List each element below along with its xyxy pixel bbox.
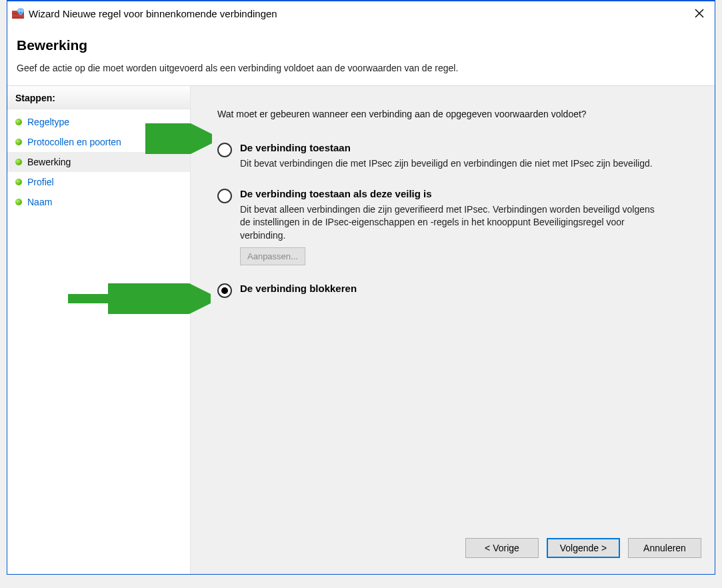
page-header: Bewerking Geef de actie op die moet word… — [7, 25, 715, 86]
option-title: De verbinding blokkeren — [240, 283, 688, 294]
option-allow: De verbinding toestaan Dit bevat verbind… — [217, 142, 688, 171]
step-protocollen[interactable]: Protocollen en poorten — [7, 132, 190, 152]
close-icon — [695, 9, 704, 18]
bullet-icon — [15, 139, 22, 145]
close-button[interactable] — [684, 1, 715, 25]
option-block: De verbinding blokkeren — [217, 283, 688, 298]
radio-block[interactable] — [217, 283, 232, 298]
cancel-button[interactable]: Annuleren — [628, 538, 701, 558]
step-profiel[interactable]: Profiel — [7, 172, 190, 192]
window-title: Wizard Nieuwe regel voor binnenkomende v… — [29, 8, 684, 19]
wizard-buttons: < Vorige Volgende > Annuleren — [465, 538, 701, 558]
wizard-dialog: Wizard Nieuwe regel voor binnenkomende v… — [7, 0, 715, 575]
step-label: Regeltype — [27, 117, 69, 127]
step-naam[interactable]: Naam — [7, 192, 190, 212]
radio-allow[interactable] — [217, 143, 232, 157]
bullet-icon — [15, 119, 22, 125]
page-title: Bewerking — [17, 37, 705, 53]
option-allow-secure: De verbinding toestaan als deze veilig i… — [217, 188, 688, 266]
step-label: Naam — [27, 197, 52, 207]
firewall-icon — [11, 7, 25, 20]
steps-sidebar: Stappen: Regeltype Protocollen en poorte… — [7, 86, 190, 574]
option-title: De verbinding toestaan als deze veilig i… — [240, 188, 688, 199]
step-label: Protocollen en poorten — [27, 137, 121, 147]
page-description: Geef de actie op die moet worden uitgevo… — [17, 63, 705, 73]
question-text: Wat moet er gebeuren wanneer een verbind… — [217, 109, 688, 119]
step-regeltype[interactable]: Regeltype — [7, 112, 190, 132]
step-label: Bewerking — [27, 157, 71, 167]
bullet-icon — [15, 179, 22, 185]
back-button[interactable]: < Vorige — [465, 538, 539, 558]
steps-title: Stappen: — [7, 86, 190, 109]
content-pane: Wat moet er gebeuren wanneer een verbind… — [190, 86, 715, 574]
option-texts: De verbinding blokkeren — [240, 283, 688, 298]
customize-button: Aanpassen... — [240, 247, 305, 265]
step-bewerking[interactable]: Bewerking — [7, 152, 190, 172]
titlebar: Wizard Nieuwe regel voor binnenkomende v… — [7, 1, 715, 25]
bullet-icon — [15, 199, 22, 205]
option-desc: Dit bevat alleen verbindingen die zijn g… — [240, 203, 667, 243]
option-texts: De verbinding toestaan Dit bevat verbind… — [240, 142, 688, 171]
option-texts: De verbinding toestaan als deze veilig i… — [240, 188, 688, 266]
step-label: Profiel — [27, 177, 54, 187]
bullet-icon — [15, 159, 22, 165]
radio-allow-secure[interactable] — [217, 189, 232, 203]
svg-rect-2 — [12, 15, 24, 17]
option-title: De verbinding toestaan — [240, 142, 688, 153]
option-desc: Dit bevat verbindingen die met IPsec zij… — [240, 157, 667, 171]
next-button[interactable]: Volgende > — [547, 538, 620, 558]
steps-list: Regeltype Protocollen en poorten Bewerki… — [7, 109, 190, 212]
body: Stappen: Regeltype Protocollen en poorte… — [7, 86, 715, 574]
